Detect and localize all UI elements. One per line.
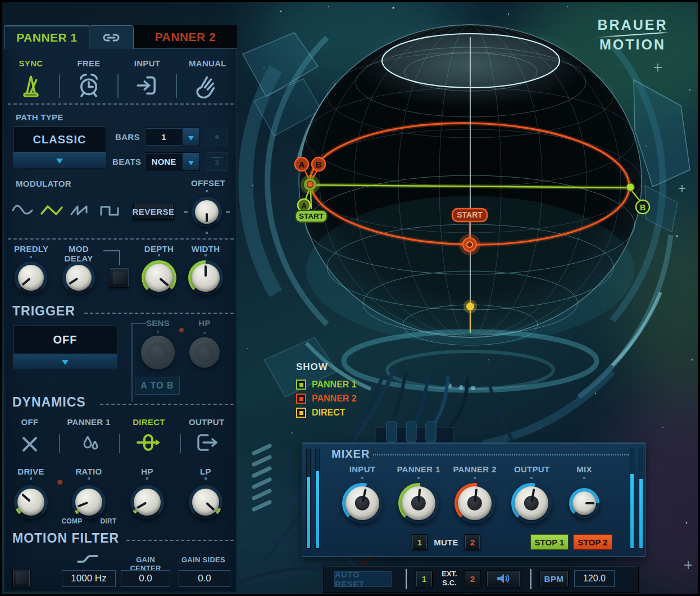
badge-start-green[interactable]: START	[296, 210, 327, 222]
path-type-dropdown[interactable]: CLASSIC	[12, 126, 107, 169]
divider	[59, 74, 60, 98]
knob-tick	[206, 232, 208, 234]
input-mode-button[interactable]	[135, 72, 160, 99]
stop1-button[interactable]: STOP 1	[530, 534, 569, 550]
monitor-button[interactable]	[487, 570, 520, 587]
mute1-label: 1	[417, 538, 422, 547]
dotted-note-button[interactable]	[206, 128, 228, 146]
dyn-lp-knob[interactable]	[189, 485, 222, 519]
mod-delay-toggle[interactable]	[109, 268, 129, 288]
mod-delay-knob[interactable]	[62, 261, 95, 294]
mute2-label: 2	[470, 538, 475, 547]
beats-value: NONE	[146, 153, 182, 170]
knob-tick	[206, 190, 208, 192]
a-to-b-label: A TO B	[140, 381, 174, 391]
offset-label: OFFSET	[191, 178, 222, 188]
sync-mode-button[interactable]	[19, 72, 43, 99]
bpm-value-field[interactable]: 120.0	[574, 570, 615, 587]
offset-knob[interactable]	[192, 197, 222, 227]
offset-max-mark	[226, 211, 230, 213]
trigger-hp-knob[interactable]	[189, 337, 220, 368]
gain-sides-field[interactable]: 0.0	[179, 570, 230, 587]
badge-b-green[interactable]: B	[636, 200, 649, 214]
dyn-panner1-button[interactable]	[78, 432, 101, 454]
mixer-mix-knob[interactable]	[569, 488, 599, 518]
bars-arrow[interactable]	[182, 128, 199, 146]
mixer-input-knob[interactable]	[342, 483, 383, 523]
badge-a-orange[interactable]: A	[295, 157, 308, 171]
auto-reset-button[interactable]: AUTO RESET	[334, 571, 392, 587]
ext-sc-2-button[interactable]: 2	[464, 570, 481, 587]
waveform-sine-button[interactable]	[11, 202, 34, 218]
square-wave-icon	[99, 202, 121, 218]
direct-marker[interactable]	[466, 302, 474, 310]
dyn-output-button[interactable]	[194, 432, 218, 454]
waveform-square-button[interactable]	[99, 202, 121, 218]
ratio-knob[interactable]	[72, 485, 106, 519]
divider	[530, 569, 531, 589]
triplet-button[interactable]: 3	[206, 152, 228, 171]
path-type-arrow[interactable]	[13, 152, 106, 168]
divider	[176, 74, 177, 98]
gain-center-value: 0.0	[139, 573, 152, 584]
comp-label: COMP	[59, 517, 85, 525]
toggle-face	[16, 572, 27, 584]
dyn-direct-button[interactable]	[137, 432, 162, 454]
dyn-direct-label: DIRECT	[132, 417, 166, 427]
filter-freq-field[interactable]: 1000 Hz	[62, 570, 116, 587]
trigger-dropdown[interactable]: OFF	[12, 325, 118, 370]
sync-label: SYNC	[14, 58, 48, 68]
beats-label: BEATS	[112, 157, 141, 166]
tab-panner2[interactable]: PANNER 2	[134, 25, 237, 49]
svg-text:B: B	[640, 203, 646, 212]
motion-filter-toggle[interactable]	[12, 569, 30, 587]
badge-a-green[interactable]: A	[298, 199, 310, 211]
gain-center-field[interactable]: 0.0	[121, 570, 170, 587]
water-drops-icon	[78, 432, 101, 454]
ext-sc-1-button[interactable]: 1	[416, 570, 433, 587]
mixer-panner1-knob[interactable]	[398, 483, 439, 523]
mixer-meter-l2	[315, 449, 320, 549]
tab-panner1[interactable]: PANNER 1	[4, 25, 89, 49]
badge-b-orange[interactable]: B	[312, 157, 325, 171]
dyn-hp-knob[interactable]	[130, 485, 164, 519]
chevron-down-icon	[188, 136, 194, 143]
brauer-motion-logo: BRAUER MOTION	[593, 17, 672, 53]
stop2-button[interactable]: STOP 2	[573, 534, 612, 550]
dyn-off-button[interactable]	[20, 434, 40, 454]
show-panner2-toggle[interactable]: PANNER 2	[296, 394, 357, 404]
show-panner1-toggle[interactable]: PANNER 1	[296, 380, 357, 390]
a-to-b-button[interactable]: A TO B	[135, 377, 180, 395]
mixer-panner2-knob[interactable]	[454, 483, 495, 523]
saw-wave-icon	[70, 202, 92, 218]
drive-knob[interactable]	[14, 485, 48, 519]
badge-start-orange[interactable]: START	[452, 209, 487, 222]
sens-knob[interactable]	[141, 336, 175, 369]
mixer-output-knob[interactable]	[511, 483, 552, 523]
width-knob[interactable]	[188, 260, 223, 295]
link-icon	[102, 32, 121, 43]
bars-select[interactable]: 1	[145, 128, 200, 146]
show-direct-toggle[interactable]: DIRECT	[296, 408, 357, 418]
knob-tick	[157, 331, 159, 333]
depth-knob[interactable]	[142, 260, 176, 295]
waveform-saw-button[interactable]	[70, 202, 92, 218]
free-mode-button[interactable]	[76, 72, 101, 99]
waveform-triangle-button[interactable]	[40, 202, 63, 218]
trigger-arrow[interactable]	[13, 354, 117, 369]
separator	[8, 103, 234, 105]
predly-knob[interactable]	[15, 261, 47, 294]
mute1-button[interactable]: 1	[412, 534, 428, 550]
checkbox-icon	[296, 394, 306, 404]
tab-link[interactable]	[89, 25, 134, 49]
trigger-value: OFF	[13, 326, 117, 354]
bpm-button[interactable]: BPM	[539, 570, 569, 587]
reverse-button[interactable]: REVERSE	[133, 203, 174, 220]
beats-arrow[interactable]	[182, 153, 199, 170]
beats-select[interactable]: NONE	[145, 152, 200, 171]
panner1-b-handle[interactable]	[626, 183, 634, 191]
bars-value: 1	[146, 128, 182, 146]
manual-mode-button[interactable]	[193, 72, 218, 99]
mute2-button[interactable]: 2	[465, 534, 480, 550]
svg-text:A: A	[299, 160, 305, 169]
